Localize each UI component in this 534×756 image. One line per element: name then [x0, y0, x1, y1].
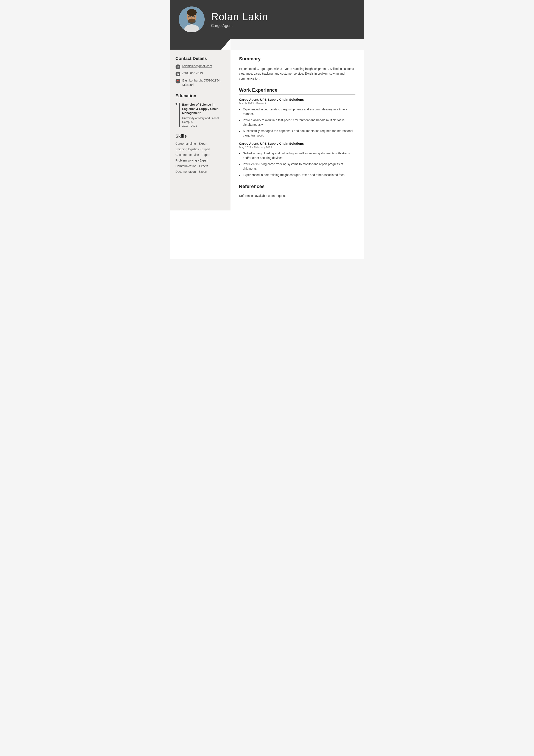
skill-item: Communication - Expert	[176, 164, 225, 168]
summary-title: Summary	[239, 56, 355, 64]
job-0: Cargo Agent, UPS Supply Chain SolutionsM…	[239, 98, 355, 138]
header-info: Rolan Lakin Cargo Agent	[211, 11, 355, 28]
location-icon: 📍	[176, 79, 180, 83]
job-bullet-1-0: Skilled in cargo loading and unloading a…	[239, 151, 355, 160]
skill-item: Customer service - Expert	[176, 153, 225, 156]
svg-point-3	[187, 9, 197, 16]
header: Rolan Lakin Cargo Agent	[170, 0, 364, 39]
job-bullets-0: Experienced in coordinating cargo shipme…	[239, 107, 355, 138]
phone-icon: ☎	[176, 71, 180, 76]
skills-title: Skills	[176, 134, 225, 139]
svg-point-4	[188, 18, 195, 24]
address-value: East Loriburgh, 65516-2954, Missouri	[183, 78, 225, 87]
job-bullet-0-2: Successfully managed the paperwork and d…	[239, 129, 355, 138]
edu-dot	[176, 103, 177, 105]
email-value[interactable]: rolanlakin@gmail.com	[183, 64, 212, 68]
phone-value: (781) 800 4813	[183, 71, 203, 76]
job-bullet-0-0: Experienced in coordinating cargo shipme…	[239, 107, 355, 116]
job-title-1: Cargo Agent, UPS Supply Chain Solutions	[239, 142, 355, 145]
header-name: Rolan Lakin	[211, 11, 355, 23]
work-experience-section: Work Experience Cargo Agent, UPS Supply …	[239, 87, 355, 177]
edu-school: University of Maryland Global Campus	[182, 116, 225, 124]
resume-container: Rolan Lakin Cargo Agent Contact Details …	[170, 0, 364, 259]
skill-item: Problem solving - Expert	[176, 159, 225, 162]
skill-item: Documentation - Expert	[176, 170, 225, 174]
summary-text: Experienced Cargo Agent with 3+ years ha…	[239, 67, 355, 81]
job-1: Cargo Agent, UPS Supply Chain SolutionsM…	[239, 142, 355, 177]
job-bullet-1-1: Proficient in using cargo tracking syste…	[239, 162, 355, 171]
references-section: References References available upon req…	[239, 184, 355, 198]
skills-list: Cargo handling - ExpertShipping logistic…	[176, 142, 225, 174]
job-bullets-1: Skilled in cargo loading and unloading a…	[239, 151, 355, 177]
education-title: Education	[176, 94, 225, 98]
jobs-list: Cargo Agent, UPS Supply Chain SolutionsM…	[239, 98, 355, 177]
avatar	[179, 7, 205, 32]
contact-phone-item: ☎ (781) 800 4813	[176, 71, 225, 76]
education-details: Bachelor of Science in Logistics & Suppl…	[179, 103, 225, 127]
main-content: Summary Experienced Cargo Agent with 3+ …	[231, 50, 364, 210]
edu-years: 2017 - 2021	[182, 124, 225, 127]
contact-address-item: 📍 East Loriburgh, 65516-2954, Missouri	[176, 78, 225, 87]
job-date-0: March 2023 - Present	[239, 102, 355, 105]
chevron-right	[231, 39, 364, 50]
contact-email-item: ✉ rolanlakin@gmail.com	[176, 64, 225, 69]
education-section: Education Bachelor of Science in Logisti…	[176, 94, 225, 127]
job-date-1: May 2021 - February 2023	[239, 146, 355, 149]
chevron-decoration	[170, 39, 364, 50]
email-icon: ✉	[176, 65, 180, 69]
summary-section: Summary Experienced Cargo Agent with 3+ …	[239, 56, 355, 81]
references-text: References available upon request	[239, 194, 355, 198]
skill-item: Cargo handling - Expert	[176, 142, 225, 145]
body: Contact Details ✉ rolanlakin@gmail.com ☎…	[170, 50, 364, 210]
references-title: References	[239, 184, 355, 191]
job-bullet-1-2: Experienced in determining freight charg…	[239, 173, 355, 177]
contact-section: Contact Details ✉ rolanlakin@gmail.com ☎…	[176, 56, 225, 87]
edu-degree: Bachelor of Science in Logistics & Suppl…	[182, 103, 225, 115]
contact-title: Contact Details	[176, 56, 225, 61]
job-title-0: Cargo Agent, UPS Supply Chain Solutions	[239, 98, 355, 101]
header-title: Cargo Agent	[211, 23, 355, 28]
education-item: Bachelor of Science in Logistics & Suppl…	[176, 101, 225, 127]
work-title: Work Experience	[239, 87, 355, 94]
skill-item: Shipping logistics - Expert	[176, 148, 225, 151]
chevron-left	[170, 39, 231, 50]
job-bullet-0-1: Proven ability to work in a fast-paced e…	[239, 118, 355, 127]
sidebar: Contact Details ✉ rolanlakin@gmail.com ☎…	[170, 50, 231, 210]
skills-section: Skills Cargo handling - ExpertShipping l…	[176, 134, 225, 174]
